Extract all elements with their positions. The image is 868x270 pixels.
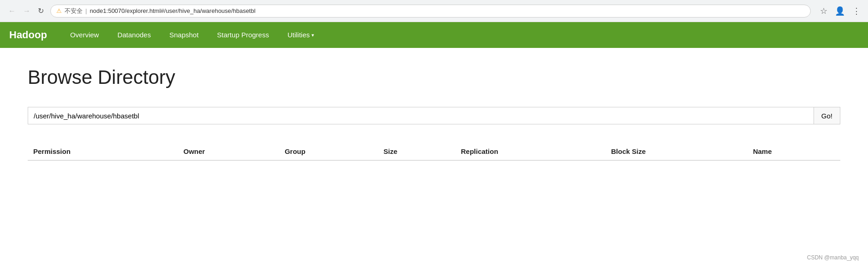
col-name: Name (748, 143, 840, 160)
col-block-size: Block Size (605, 143, 747, 160)
back-button[interactable]: ← (6, 5, 18, 17)
go-button[interactable]: Go! (814, 107, 840, 124)
bookmark-button[interactable]: ☆ (818, 4, 829, 18)
url-input[interactable] (90, 7, 805, 14)
col-replication: Replication (455, 143, 605, 160)
nav-item-startup-progress: Startup Progress (208, 22, 278, 48)
address-bar-container: ⚠ 不安全 | (50, 5, 811, 18)
browser-actions: ☆ 👤 ⋮ (818, 4, 862, 18)
menu-button[interactable]: ⋮ (850, 4, 862, 18)
nav-link-startup-progress[interactable]: Startup Progress (208, 22, 278, 48)
url-separator: | (85, 7, 87, 14)
nav-link-datanodes[interactable]: Datanodes (108, 22, 160, 48)
nav-item-snapshot: Snapshot (160, 22, 208, 48)
directory-table: Permission Owner Group Size Replication … (28, 143, 840, 161)
nav-item-utilities: Utilities ▾ (278, 22, 323, 48)
nav-link-utilities[interactable]: Utilities ▾ (278, 22, 323, 48)
table-header: Permission Owner Group Size Replication … (28, 143, 840, 160)
browser-chrome: ← → ↻ ⚠ 不安全 | ☆ 👤 ⋮ (0, 0, 868, 22)
main-content: Browse Directory Go! Permission Owner Gr… (0, 48, 868, 179)
utilities-dropdown-arrow: ▾ (311, 22, 314, 48)
table-header-row: Permission Owner Group Size Replication … (28, 143, 840, 160)
forward-button[interactable]: → (20, 5, 33, 17)
nav-link-snapshot[interactable]: Snapshot (160, 22, 208, 48)
nav-link-overview[interactable]: Overview (61, 22, 108, 48)
col-size: Size (378, 143, 455, 160)
navbar-nav: Overview Datanodes Snapshot Startup Prog… (61, 22, 323, 48)
reload-button[interactable]: ↻ (35, 5, 47, 17)
path-input[interactable] (28, 107, 814, 124)
security-icon: ⚠ (56, 7, 62, 14)
profile-button[interactable]: 👤 (833, 4, 847, 18)
col-owner: Owner (178, 143, 279, 160)
navbar-brand[interactable]: Hadoop (9, 29, 47, 41)
security-label: 不安全 (65, 7, 83, 15)
col-group: Group (279, 143, 378, 160)
col-permission: Permission (28, 143, 178, 160)
path-form: Go! (28, 107, 840, 124)
nav-item-datanodes: Datanodes (108, 22, 160, 48)
page-title: Browse Directory (28, 66, 840, 88)
nav-item-overview: Overview (61, 22, 108, 48)
navbar: Hadoop Overview Datanodes Snapshot Start… (0, 22, 868, 48)
browser-nav-buttons: ← → ↻ (6, 5, 47, 17)
